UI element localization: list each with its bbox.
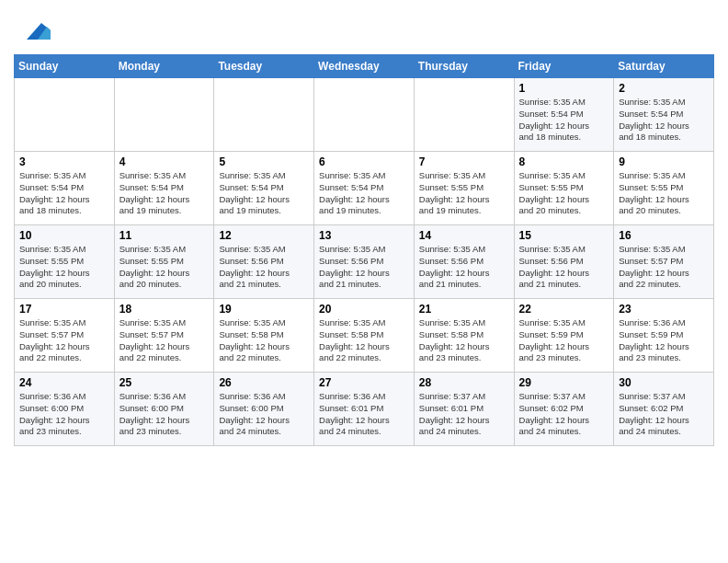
day-info: Sunrise: 5:35 AM Sunset: 5:58 PM Dayligh… [319,317,409,364]
day-cell [114,78,214,152]
day-number: 30 [619,376,709,389]
day-number: 9 [619,155,709,168]
day-info: Sunrise: 5:35 AM Sunset: 5:57 PM Dayligh… [619,244,709,291]
day-number: 8 [519,155,609,168]
day-number: 18 [119,303,210,316]
day-number: 12 [219,229,309,242]
day-number: 1 [519,82,609,95]
day-number: 6 [319,155,409,168]
day-cell: 21Sunrise: 5:35 AM Sunset: 5:58 PM Dayli… [414,299,514,373]
day-number: 2 [619,82,709,95]
weekday-header-row: SundayMondayTuesdayWednesdayThursdayFrid… [15,55,714,78]
week-row-2: 3Sunrise: 5:35 AM Sunset: 5:54 PM Daylig… [15,152,714,225]
day-cell: 9Sunrise: 5:35 AM Sunset: 5:55 PM Daylig… [614,152,714,225]
day-cell: 3Sunrise: 5:35 AM Sunset: 5:54 PM Daylig… [15,152,115,225]
week-row-3: 10Sunrise: 5:35 AM Sunset: 5:55 PM Dayli… [15,225,714,299]
day-info: Sunrise: 5:35 AM Sunset: 5:58 PM Dayligh… [419,317,509,364]
day-number: 19 [219,303,309,316]
day-number: 23 [619,303,709,316]
day-cell: 16Sunrise: 5:35 AM Sunset: 5:57 PM Dayli… [614,225,714,299]
day-info: Sunrise: 5:35 AM Sunset: 5:54 PM Dayligh… [119,170,210,217]
day-number: 3 [19,155,109,168]
day-number: 11 [119,229,210,242]
day-cell: 23Sunrise: 5:36 AM Sunset: 5:59 PM Dayli… [614,299,714,373]
day-cell: 8Sunrise: 5:35 AM Sunset: 5:55 PM Daylig… [514,152,614,225]
day-number: 15 [519,229,609,242]
day-cell: 17Sunrise: 5:35 AM Sunset: 5:57 PM Dayli… [15,299,115,373]
day-number: 14 [419,229,509,242]
day-number: 22 [519,303,609,316]
day-number: 26 [219,376,309,389]
day-number: 16 [619,229,709,242]
day-info: Sunrise: 5:37 AM Sunset: 6:02 PM Dayligh… [519,391,609,438]
day-cell [314,78,415,152]
day-cell: 25Sunrise: 5:36 AM Sunset: 6:00 PM Dayli… [114,373,214,446]
day-info: Sunrise: 5:35 AM Sunset: 5:54 PM Dayligh… [519,97,609,144]
day-cell: 5Sunrise: 5:35 AM Sunset: 5:54 PM Daylig… [214,152,314,225]
day-number: 28 [419,376,509,389]
day-info: Sunrise: 5:36 AM Sunset: 6:00 PM Dayligh… [119,391,210,438]
week-row-4: 17Sunrise: 5:35 AM Sunset: 5:57 PM Dayli… [15,299,714,373]
calendar-header: SundayMondayTuesdayWednesdayThursdayFrid… [15,55,714,78]
day-info: Sunrise: 5:35 AM Sunset: 5:55 PM Dayligh… [419,170,509,217]
day-info: Sunrise: 5:36 AM Sunset: 5:59 PM Dayligh… [619,317,709,364]
day-info: Sunrise: 5:36 AM Sunset: 6:00 PM Dayligh… [19,391,109,438]
day-cell: 18Sunrise: 5:35 AM Sunset: 5:57 PM Dayli… [114,299,214,373]
weekday-sunday: Sunday [15,55,115,78]
day-info: Sunrise: 5:35 AM Sunset: 5:55 PM Dayligh… [519,170,609,217]
day-info: Sunrise: 5:35 AM Sunset: 5:54 PM Dayligh… [619,97,709,144]
day-info: Sunrise: 5:35 AM Sunset: 5:55 PM Dayligh… [119,244,210,291]
day-cell: 29Sunrise: 5:37 AM Sunset: 6:02 PM Dayli… [514,373,614,446]
weekday-tuesday: Tuesday [214,55,314,78]
day-info: Sunrise: 5:35 AM Sunset: 5:58 PM Dayligh… [219,317,309,364]
day-number: 17 [19,303,109,316]
day-number: 7 [419,155,509,168]
day-cell: 11Sunrise: 5:35 AM Sunset: 5:55 PM Dayli… [114,225,214,299]
day-number: 4 [119,155,210,168]
day-cell: 28Sunrise: 5:37 AM Sunset: 6:01 PM Dayli… [414,373,514,446]
header [14,9,714,47]
day-cell [214,78,314,152]
calendar-body: 1Sunrise: 5:35 AM Sunset: 5:54 PM Daylig… [15,78,714,446]
day-number: 21 [419,303,509,316]
day-cell: 15Sunrise: 5:35 AM Sunset: 5:56 PM Dayli… [514,225,614,299]
day-number: 29 [519,376,609,389]
day-cell: 26Sunrise: 5:36 AM Sunset: 6:00 PM Dayli… [214,373,314,446]
day-number: 5 [219,155,309,168]
page: SundayMondayTuesdayWednesdayThursdayFrid… [0,0,728,460]
day-cell: 19Sunrise: 5:35 AM Sunset: 5:58 PM Dayli… [214,299,314,373]
day-info: Sunrise: 5:35 AM Sunset: 5:54 PM Dayligh… [19,170,109,217]
day-cell: 6Sunrise: 5:35 AM Sunset: 5:54 PM Daylig… [314,152,415,225]
day-cell: 7Sunrise: 5:35 AM Sunset: 5:55 PM Daylig… [414,152,514,225]
day-number: 13 [319,229,409,242]
day-cell [414,78,514,152]
day-info: Sunrise: 5:35 AM Sunset: 5:56 PM Dayligh… [219,244,309,291]
day-cell: 10Sunrise: 5:35 AM Sunset: 5:55 PM Dayli… [15,225,115,299]
day-cell: 2Sunrise: 5:35 AM Sunset: 5:54 PM Daylig… [614,78,714,152]
day-cell: 14Sunrise: 5:35 AM Sunset: 5:56 PM Dayli… [414,225,514,299]
day-info: Sunrise: 5:37 AM Sunset: 6:01 PM Dayligh… [419,391,509,438]
week-row-5: 24Sunrise: 5:36 AM Sunset: 6:00 PM Dayli… [15,373,714,446]
day-info: Sunrise: 5:35 AM Sunset: 5:56 PM Dayligh… [319,244,409,291]
day-cell: 24Sunrise: 5:36 AM Sunset: 6:00 PM Dayli… [15,373,115,446]
day-info: Sunrise: 5:36 AM Sunset: 6:00 PM Dayligh… [219,391,309,438]
day-info: Sunrise: 5:35 AM Sunset: 5:55 PM Dayligh… [19,244,109,291]
day-info: Sunrise: 5:35 AM Sunset: 5:56 PM Dayligh… [419,244,509,291]
day-number: 10 [19,229,109,242]
weekday-thursday: Thursday [414,55,514,78]
weekday-monday: Monday [114,55,214,78]
week-row-1: 1Sunrise: 5:35 AM Sunset: 5:54 PM Daylig… [15,78,714,152]
day-info: Sunrise: 5:35 AM Sunset: 5:59 PM Dayligh… [519,317,609,364]
weekday-saturday: Saturday [614,55,714,78]
logo [14,14,51,47]
logo-icon [17,14,51,47]
day-number: 24 [19,376,109,389]
day-cell: 27Sunrise: 5:36 AM Sunset: 6:01 PM Dayli… [314,373,415,446]
day-number: 20 [319,303,409,316]
calendar-table: SundayMondayTuesdayWednesdayThursdayFrid… [14,54,714,446]
day-info: Sunrise: 5:35 AM Sunset: 5:57 PM Dayligh… [19,317,109,364]
day-number: 27 [319,376,409,389]
day-info: Sunrise: 5:35 AM Sunset: 5:54 PM Dayligh… [319,170,409,217]
day-cell: 4Sunrise: 5:35 AM Sunset: 5:54 PM Daylig… [114,152,214,225]
day-cell: 20Sunrise: 5:35 AM Sunset: 5:58 PM Dayli… [314,299,415,373]
